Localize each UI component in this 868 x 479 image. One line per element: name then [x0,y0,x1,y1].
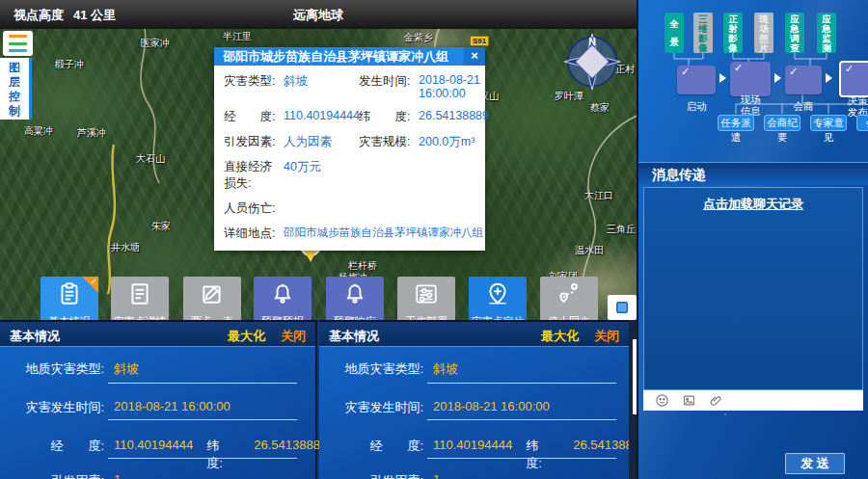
flow-node-start[interactable]: ✓ 启动 [677,66,716,94]
field-value: 斜坡 [284,73,359,90]
toolbar-form-button[interactable]: 两卡一表 [183,277,241,320]
popup-body: 灾害类型:斜坡发生时间:2018-08-21 16:00:00 经 度:110.… [214,66,485,251]
sliders-icon [414,281,439,306]
field-value: 邵阳市城步苗族自治县茅坪镇谭家冲八组 [284,226,483,240]
field-value: 2018-08-21 16:00:00 [114,399,231,416]
location-pin-icon [485,281,510,306]
panel-title: 基本情况 [329,328,379,345]
bell-icon [270,281,295,306]
close-button[interactable]: 关闭 [281,328,306,345]
task-consult-button[interactable]: 会商 [856,115,868,131]
field-label: 经 度: [0,438,104,472]
field-label: 地质灾害类型: [319,360,423,378]
image-icon[interactable] [682,393,696,408]
flow-node-site-info[interactable]: ✓ 现场 信息 [730,62,771,96]
task-dispatch-button[interactable]: 任务派遣 [718,115,754,131]
layer-tag-emergency-monitor[interactable]: 应 急 监 测 [817,13,836,53]
toolbar-locate-disaster-button[interactable]: 灾害点定位 [469,277,527,320]
field-value: 26.54138889 [254,438,327,472]
field-label: 引发因素: [319,472,423,479]
map-place-label: 大江口 [584,189,613,202]
field-label: 灾害发生时间: [319,399,423,416]
map-place-label: 半江里 [223,30,252,43]
compass-rose[interactable]: N [562,32,622,92]
field-label: 直接经济损失: [224,159,284,192]
layer-tag-site-photo[interactable]: 现 场 照 片 [754,13,773,53]
popup-title-bar: 邵阳市城步苗族自治县茅坪镇谭家冲八组 × [214,47,485,66]
map-place-label: 朱家 [151,220,171,233]
map-canvas[interactable]: 椴子冲医家冲半江里金紫乡高粱冲芦溪冲正村罗叶潭蔡家罗汉山大石山朱家井水塘茅坪里栏… [0,29,637,320]
check-icon: ✓ [734,62,743,73]
field-label: 人员伤亡: [224,200,284,217]
flow-node-consultation[interactable]: ✓ 会商 [785,66,822,94]
layer-tag-emergency-survey[interactable]: 应 急 调 查 [785,13,804,53]
layer-tag-ortho-image[interactable]: 正 射 影 像 [723,13,743,53]
field-value: 人为因素 [284,134,359,150]
document-icon [127,281,152,306]
field-underline [427,458,616,459]
check-badge-icon: ✓ [82,277,98,293]
field-label: 灾害规模: [359,134,419,150]
close-button[interactable]: 关闭 [594,328,619,345]
panel-header: 基本情况 最大化 关闭 [0,322,315,347]
task-expert-opinion-button[interactable]: 专家意见 [810,115,847,131]
popup-close-button[interactable]: × [464,47,485,66]
panel-title: 基本情况 [10,328,60,345]
toolbar-stop-sync-button[interactable]: 停止同步 [540,277,598,320]
map-place-label: 温水田 [575,244,604,257]
flow-arrow-icon [719,73,726,83]
flow-node-label: 会商 [794,100,814,112]
field-label: 经 度: [319,438,423,472]
chat-history-area[interactable]: 点击加载聊天记录 [643,187,863,390]
map-place-label: 井水塘 [111,241,140,254]
maximize-button[interactable]: 最大化 [541,328,579,345]
toolbar-disaster-detail-button[interactable]: 灾害点详情 [111,277,169,320]
check-icon: ✓ [845,63,854,74]
map-place-label: 罗叶潭 [555,90,583,103]
layer-tag-3d-image[interactable]: 三 维 影 像 [693,13,713,53]
attachment-icon[interactable] [709,393,723,408]
toolbar-basic-info-button[interactable]: 基本情况 ✓ [41,277,98,320]
hamburger-bar [9,42,27,45]
panel-body: 地质灾害类型:斜坡 灾害发生时间:2018-08-21 16:00:00 经 度… [319,347,629,479]
field-value: 斜坡 [433,360,458,378]
emoji-icon[interactable] [655,393,669,408]
toolbar-extent-button[interactable] [608,295,637,320]
field-label: 灾害类型: [224,73,284,90]
load-chat-history-link[interactable]: 点击加载聊天记录 [644,196,862,213]
field-value: 1 [433,472,440,479]
basic-info-panel: 基本情况 最大化 关闭 地质灾害类型:斜坡 灾害发生时间:2018-08-21 … [319,320,629,479]
field-value: 110.40194444 [284,109,359,122]
flow-arrow-icon [774,73,781,83]
field-value: 110.40194444 [114,438,193,472]
check-icon: ✓ [789,66,798,77]
send-button[interactable]: 发 送 [785,453,845,474]
map-place-label: 芦溪冲 [77,126,106,140]
field-underline [108,383,297,384]
field-label: 发生时间: [359,73,419,90]
flow-node-decision-publish[interactable]: ✓ 决策 发布 [839,61,868,97]
field-label: 详细地点: [224,226,284,242]
map-place-label: 大石山 [136,152,165,166]
disaster-info-popup: 邵阳市城步苗族自治县茅坪镇谭家冲八组 × 灾害类型:斜坡发生时间:2018-08… [214,47,485,251]
map-place-label: 三角丘 [607,223,636,236]
toolbar-settings-button[interactable]: 工作部署 [397,277,455,320]
toolbar-warning-forecast-button[interactable]: 预警预报 [254,277,312,320]
layer-control-button[interactable]: 图 层 控 制 [0,58,32,120]
earth-status-label: 远离地球 [293,7,343,24]
popup-title: 邵阳市城步苗族自治县茅坪镇谭家冲八组 [223,49,448,64]
toolbar-warning-response-button[interactable]: 预警响应 [326,277,384,320]
maximize-button[interactable]: 最大化 [228,328,265,345]
map-place-label: 金紫乡 [404,31,433,44]
clipboard-icon [57,281,82,306]
field-label: 引发因素: [0,472,104,479]
message-section-header: 消息传递 [638,162,868,185]
viewpoint-height-value: 41 公里 [73,7,116,24]
layer-tag-panorama[interactable]: 全 景 [665,13,684,53]
task-minutes-button[interactable]: 会商纪要 [764,115,800,131]
menu-hamburger-button[interactable] [3,31,33,56]
check-icon: ✓ [681,66,690,77]
field-value: 1 [114,472,121,479]
field-underline [427,419,616,420]
field-label: 引发因素: [224,134,284,150]
